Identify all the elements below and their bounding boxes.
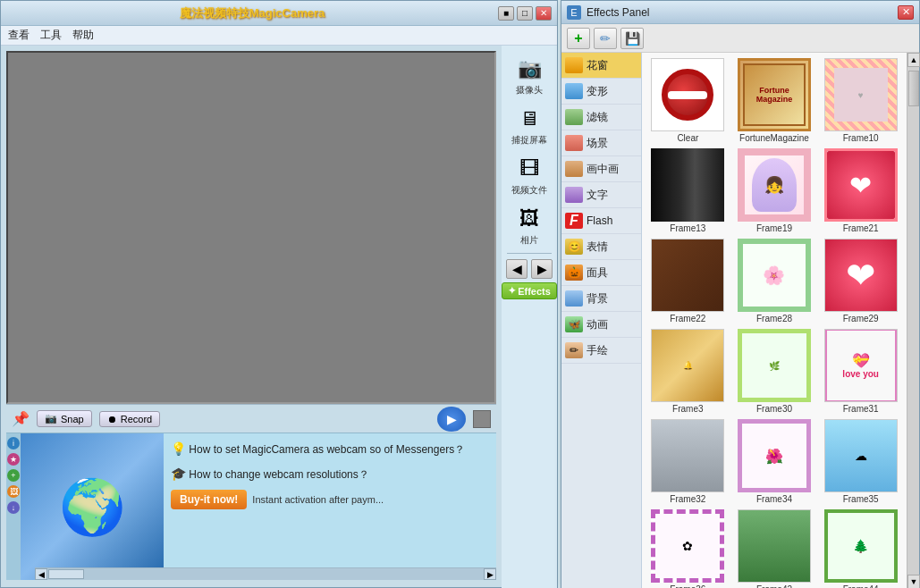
scroll-track[interactable] bbox=[47, 568, 484, 580]
effects-save-button[interactable]: 💾 bbox=[620, 28, 644, 49]
category-shougong-icon: ✏ bbox=[565, 342, 583, 358]
frame-clear[interactable]: Clear bbox=[647, 58, 729, 143]
buy-button[interactable]: Buy-it now! bbox=[171, 490, 247, 509]
frame-42[interactable]: Frame42 bbox=[734, 509, 815, 588]
frame-31[interactable]: 💝 love you Frame31 bbox=[820, 329, 901, 414]
frame-29[interactable]: ❤ Frame29 bbox=[820, 239, 901, 323]
capture-tool-item[interactable]: 🖥 捕捉屏幕 bbox=[504, 101, 554, 147]
stop-button[interactable] bbox=[473, 410, 491, 428]
category-shougong-label: 手绘 bbox=[587, 343, 608, 358]
toolbar-divider bbox=[507, 253, 552, 254]
ad-image-area: 🌍 bbox=[21, 433, 164, 580]
play-button[interactable]: ▶ bbox=[437, 407, 466, 432]
frame-36[interactable]: ✿ Frame36 bbox=[647, 509, 729, 588]
category-flash-icon: F bbox=[565, 213, 583, 229]
scroll-thumb-v[interactable] bbox=[908, 71, 919, 106]
frame-13[interactable]: Frame13 bbox=[647, 148, 729, 233]
category-jingzi[interactable]: 滤镜 bbox=[561, 105, 641, 130]
frame-30[interactable]: 🌿 Frame30 bbox=[734, 329, 815, 414]
video-tool-label: 视频文件 bbox=[511, 185, 547, 196]
snap-button[interactable]: 📷 Snap bbox=[37, 410, 92, 427]
sidebar-plus-icon[interactable]: + bbox=[7, 469, 20, 482]
category-donghua-label: 动画 bbox=[587, 317, 608, 332]
frame-21[interactable]: ❤ Frame21 bbox=[820, 148, 901, 233]
pin-icon[interactable]: 📌 bbox=[12, 410, 30, 427]
category-beijing[interactable]: 背景 bbox=[561, 286, 641, 312]
globe-icon: 🌍 bbox=[59, 475, 126, 539]
scroll-thumb[interactable] bbox=[48, 569, 84, 579]
frame-34-name: Frame34 bbox=[756, 494, 792, 504]
record-button[interactable]: ⏺ Record bbox=[99, 411, 160, 427]
menu-item-view[interactable]: 查看 bbox=[8, 28, 30, 43]
frame-44-name: Frame44 bbox=[843, 584, 879, 588]
category-beijing-label: 背景 bbox=[587, 291, 608, 307]
frame-19-thumb: 👧 bbox=[738, 148, 811, 222]
no-entry-icon bbox=[662, 69, 713, 121]
frame-35[interactable]: ☁ Frame35 bbox=[820, 419, 901, 504]
horizontal-scrollbar[interactable]: ◀ ▶ bbox=[35, 567, 496, 580]
effects-edit-button[interactable]: ✏ bbox=[594, 28, 617, 49]
menu-item-tools[interactable]: 工具 bbox=[40, 28, 62, 43]
titlebar-controls: ■ □ ✕ bbox=[498, 6, 552, 21]
capture-tool-icon: 🖥 bbox=[513, 103, 545, 135]
category-flash[interactable]: F Flash bbox=[561, 208, 641, 234]
ad-question-1-text: How to set MagicCamera as webcam so of M… bbox=[189, 443, 465, 456]
category-flash-label: Flash bbox=[587, 214, 612, 227]
category-wenzi[interactable]: 文字 bbox=[561, 182, 641, 208]
category-huachuang[interactable]: 花窗 bbox=[561, 53, 641, 79]
effects-close-button[interactable]: ✕ bbox=[898, 5, 914, 20]
minimize-button[interactable]: ■ bbox=[498, 6, 514, 21]
effects-frames-area[interactable]: Clear FortuneMagazine FortuneMagazine ♥ … bbox=[642, 53, 907, 588]
category-changjing[interactable]: 场景 bbox=[561, 130, 641, 156]
sidebar-img-icon[interactable]: 🖼 bbox=[7, 485, 20, 498]
video-tool-item[interactable]: 🎞 视频文件 bbox=[504, 151, 554, 197]
category-huazhonghua[interactable]: 画中画 bbox=[561, 156, 641, 182]
camera-tool-item[interactable]: 📷 摄像头 bbox=[504, 51, 554, 97]
next-icon-button[interactable]: ▶ bbox=[531, 259, 553, 279]
main-window: 魔法视频特技MagicCamera ■ □ ✕ 查看 工具 帮助 📌 📷 Sna… bbox=[0, 0, 558, 588]
frame-28[interactable]: 🌸 Frame28 bbox=[734, 239, 815, 323]
scroll-track-v[interactable] bbox=[907, 67, 919, 575]
ad-question-1: 💡 How to set MagicCamera as webcam so of… bbox=[171, 441, 489, 458]
scroll-right-button[interactable]: ▶ bbox=[484, 568, 496, 580]
menu-item-help[interactable]: 帮助 bbox=[72, 28, 94, 43]
frame-42-thumb bbox=[738, 509, 811, 583]
frame-22[interactable]: Frame22 bbox=[647, 239, 729, 323]
sidebar-down-icon[interactable]: ↓ bbox=[7, 501, 20, 514]
frame-fortune[interactable]: FortuneMagazine FortuneMagazine bbox=[734, 58, 815, 143]
category-biaoqing[interactable]: 😊 表情 bbox=[561, 234, 641, 260]
frame-3-thumb: 🔔 bbox=[651, 329, 724, 402]
frame-36-name: Frame36 bbox=[670, 584, 705, 588]
info-icon[interactable]: i bbox=[7, 437, 20, 449]
prev-icon-button[interactable]: ◀ bbox=[506, 259, 528, 279]
category-mianju[interactable]: 🎃 面具 bbox=[561, 260, 641, 286]
frame-22-name: Frame22 bbox=[670, 314, 705, 323]
close-button[interactable]: ✕ bbox=[536, 6, 552, 21]
frame-19[interactable]: 👧 Frame19 bbox=[734, 148, 815, 233]
photo-tool-icon: 🖼 bbox=[513, 203, 545, 235]
category-shougong[interactable]: ✏ 手绘 bbox=[561, 338, 641, 364]
effects-button[interactable]: ✦ Effects bbox=[502, 282, 557, 299]
frame-34-thumb: 🌺 bbox=[738, 419, 811, 492]
scroll-left-button[interactable]: ◀ bbox=[35, 568, 47, 580]
sidebar-star-icon[interactable]: ★ bbox=[7, 453, 20, 466]
frame-32[interactable]: Frame32 bbox=[647, 419, 729, 504]
frame-31-name: Frame31 bbox=[843, 404, 879, 414]
scroll-up-button[interactable]: ▲ bbox=[907, 53, 920, 67]
frame-10-thumb: ♥ bbox=[824, 58, 898, 131]
frame-10[interactable]: ♥ Frame10 bbox=[820, 58, 901, 143]
photo-tool-item[interactable]: 🖼 相片 bbox=[504, 201, 554, 248]
frame-clear-name: Clear bbox=[677, 133, 698, 143]
frame-44[interactable]: 🌲 Frame44 bbox=[820, 509, 901, 588]
frame-3[interactable]: 🔔 Frame3 bbox=[647, 329, 729, 414]
effects-add-button[interactable]: + bbox=[567, 28, 590, 49]
maximize-button[interactable]: □ bbox=[517, 6, 533, 21]
ad-question-2-text: How to change webcam resolutions？ bbox=[189, 468, 368, 481]
frame-34[interactable]: 🌺 Frame34 bbox=[734, 419, 815, 504]
category-donghua[interactable]: 🦋 动画 bbox=[561, 312, 641, 338]
scroll-down-button[interactable]: ▼ bbox=[907, 575, 920, 588]
category-bianxing[interactable]: 变形 bbox=[561, 79, 641, 105]
vertical-scrollbar[interactable]: ▲ ▼ bbox=[907, 53, 919, 588]
effects-button-label: Effects bbox=[518, 286, 551, 297]
frame-21-thumb: ❤ bbox=[824, 148, 898, 222]
